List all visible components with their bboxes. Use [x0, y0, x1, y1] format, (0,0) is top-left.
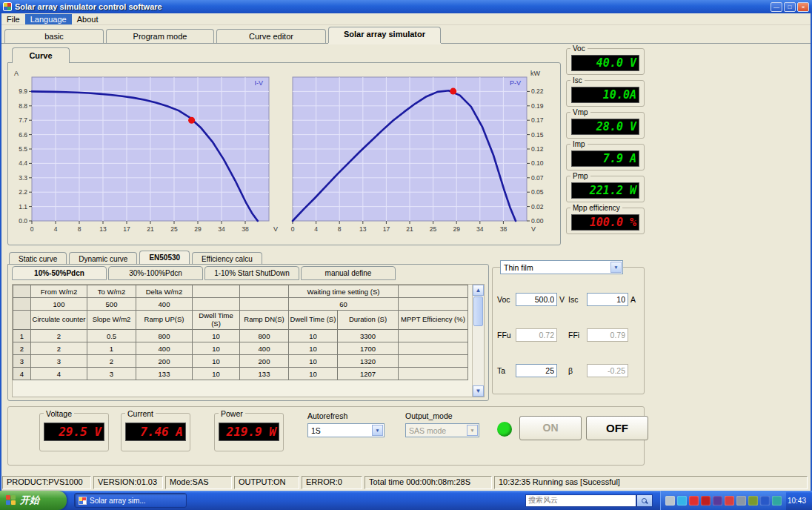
table-cell[interactable]: 3 — [87, 368, 136, 380]
tray-icon[interactable] — [701, 496, 710, 506]
table-cell[interactable] — [399, 368, 468, 380]
table-cell[interactable] — [399, 342, 468, 355]
table-cell[interactable]: 10 — [193, 355, 240, 368]
module-type-select[interactable]: Thin film ▼ — [500, 260, 623, 274]
tab-solar-array-simulator[interactable]: Solar array simulator — [328, 27, 441, 43]
table-cell[interactable]: 0.5 — [87, 330, 136, 342]
scroll-down-icon[interactable]: ▼ — [473, 385, 484, 397]
table-cell[interactable] — [193, 298, 240, 311]
readout-value: 221.2 W — [571, 182, 639, 199]
table-cell[interactable]: 4 — [31, 368, 87, 380]
svg-text:6.6: 6.6 — [19, 131, 27, 139]
off-button[interactable]: OFF — [586, 416, 648, 440]
tab-curve[interactable]: Curve — [12, 47, 70, 63]
tray-icon[interactable] — [665, 496, 675, 506]
column-header: Ramp UP(S) — [136, 311, 193, 330]
table-cell[interactable]: 3300 — [338, 330, 399, 342]
start-button[interactable]: 开始 — [0, 491, 67, 510]
table-cell[interactable]: 1320 — [338, 355, 399, 368]
ta-input[interactable] — [516, 364, 557, 377]
iv-chart: 048131721252934389.98.87.76.65.54.43.32.… — [10, 68, 282, 239]
table-cell[interactable]: 133 — [240, 368, 289, 380]
tray-icon[interactable] — [713, 496, 722, 506]
search-input[interactable] — [525, 494, 636, 507]
tray-icon[interactable] — [760, 496, 770, 506]
tray-icon[interactable] — [689, 496, 699, 506]
table-cell[interactable]: 2 — [31, 330, 87, 342]
menu-item-about[interactable]: About — [72, 14, 104, 24]
tab-dynamic-curve[interactable]: Dynamic curve — [69, 252, 137, 265]
tray-icon[interactable] — [725, 496, 734, 506]
table-cell[interactable]: 2 — [87, 355, 136, 368]
tray-icon[interactable] — [748, 496, 758, 506]
table-cell[interactable] — [399, 298, 468, 311]
table-cell[interactable]: 10 — [193, 368, 240, 380]
table-cell[interactable]: 200 — [136, 355, 193, 368]
status-segment: 10:32:35 Running sas [Sucessful] — [494, 476, 808, 489]
scrollbar-thumb[interactable] — [473, 297, 483, 326]
table-cell[interactable]: 400 — [136, 298, 193, 311]
table-cell[interactable]: 10 — [289, 355, 338, 368]
table-cell[interactable]: 10 — [289, 342, 338, 355]
meter-label: Current — [125, 409, 156, 418]
table-cell[interactable]: 10 — [289, 368, 338, 380]
table-cell[interactable]: 400 — [136, 342, 193, 355]
svg-text:0.07: 0.07 — [531, 174, 544, 182]
table-cell[interactable]: 1 — [87, 342, 136, 355]
table-cell[interactable]: 2 — [31, 342, 87, 355]
readout-label: Isc — [570, 76, 585, 85]
tray-icon[interactable] — [677, 496, 687, 506]
menu-item-language[interactable]: Language — [25, 14, 72, 24]
table-cell[interactable]: 3 — [31, 355, 87, 368]
table-cell[interactable]: 10 — [289, 330, 338, 342]
tab-program-mode[interactable]: Program mode — [106, 29, 214, 43]
table-cell[interactable]: 400 — [240, 342, 289, 355]
table-cell[interactable] — [399, 330, 468, 342]
table-cell[interactable]: 60 — [289, 298, 399, 311]
output-status-indicator — [497, 422, 512, 437]
minimize-button[interactable]: — — [771, 2, 782, 12]
tab-curve-editor[interactable]: Curve editor — [216, 29, 326, 43]
subtab-1-10-start-shutdown[interactable]: 1-10% Start ShutDown — [204, 266, 299, 280]
subtab-manual-define[interactable]: manual define — [301, 266, 396, 280]
tab-efficiency-calcu[interactable]: Efficiency calcu — [192, 252, 262, 265]
tray-icon[interactable] — [772, 496, 782, 506]
subtab-30-100-pdcn[interactable]: 30%-100%Pdcn — [108, 266, 203, 280]
svg-text:29: 29 — [194, 225, 202, 233]
curve-panel: 048131721252934389.98.87.76.65.54.43.32.… — [7, 62, 561, 245]
readout-value: 7.9 A — [571, 150, 639, 167]
table-scrollbar[interactable]: ▲ ▼ — [472, 285, 484, 397]
table-cell[interactable]: 10 — [193, 342, 240, 355]
search-button[interactable] — [636, 494, 653, 507]
table-cell[interactable] — [240, 298, 289, 311]
scroll-up-icon[interactable]: ▲ — [473, 285, 484, 296]
svg-text:A: A — [14, 70, 19, 77]
svg-text:13: 13 — [359, 225, 367, 233]
close-button[interactable]: × — [797, 2, 809, 12]
voc-input[interactable] — [516, 293, 557, 306]
table-cell[interactable]: 1700 — [338, 342, 399, 355]
tab-basic[interactable]: basic — [4, 29, 104, 43]
table-cell[interactable]: 10 — [193, 330, 240, 342]
table-cell[interactable]: 800 — [136, 330, 193, 342]
isc-input[interactable] — [587, 293, 628, 306]
tray-icon[interactable] — [736, 496, 746, 506]
svg-text:34: 34 — [476, 225, 484, 233]
table-cell[interactable]: 800 — [240, 330, 289, 342]
table-cell[interactable]: 200 — [240, 355, 289, 368]
taskbar-item-solar-array[interactable]: Solar array sim... — [74, 493, 187, 508]
table-cell[interactable] — [399, 355, 468, 368]
field-voc: VocV — [497, 293, 568, 306]
tab-static-curve[interactable]: Static curve — [9, 252, 67, 265]
table-cell[interactable]: 1207 — [338, 368, 399, 380]
column-header: Dwell Time (S) — [193, 311, 240, 330]
on-button[interactable]: ON — [519, 416, 582, 440]
maximize-button[interactable]: □ — [784, 2, 796, 12]
autorefresh-select[interactable]: 1S ▼ — [307, 423, 385, 437]
menu-item-file[interactable]: File — [1, 14, 25, 24]
tab-en50530[interactable]: EN50530 — [139, 251, 190, 265]
subtab-10-50-pdcn[interactable]: 10%-50%Pdcn — [12, 266, 107, 280]
table-cell[interactable]: 133 — [136, 368, 193, 380]
table-cell[interactable]: 100 — [31, 298, 87, 311]
table-cell[interactable]: 500 — [87, 298, 136, 311]
